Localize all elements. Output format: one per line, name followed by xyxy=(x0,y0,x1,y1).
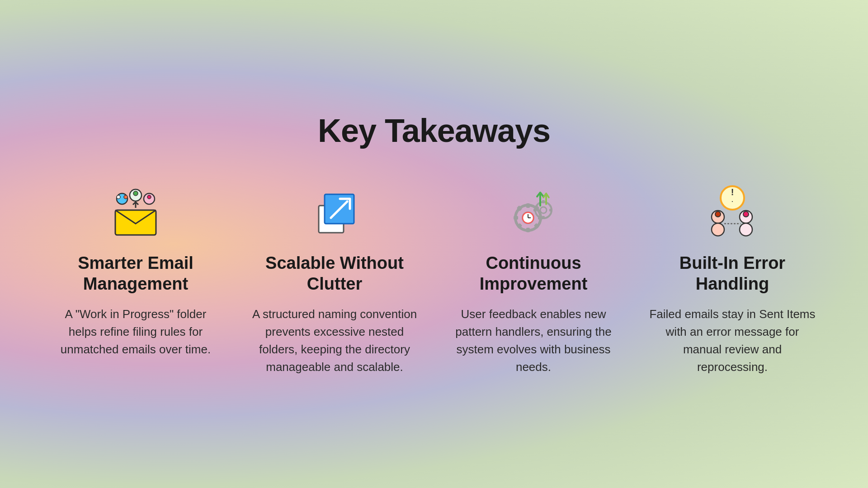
svg-point-3 xyxy=(124,195,127,199)
cards-container: Smarter Email Management A "Work in Prog… xyxy=(0,185,868,375)
scalable-title: Scalable Without Clutter xyxy=(249,253,420,294)
svg-rect-25 xyxy=(542,216,545,219)
svg-rect-24 xyxy=(542,200,545,203)
svg-rect-15 xyxy=(526,228,530,232)
card-scalable: Scalable Without Clutter A structured na… xyxy=(249,185,420,375)
svg-rect-41 xyxy=(740,223,752,236)
svg-rect-14 xyxy=(526,203,530,208)
page-title: Key Takeaways xyxy=(318,112,550,149)
svg-rect-26 xyxy=(533,209,537,211)
svg-text:!: ! xyxy=(731,187,734,197)
error-handling-title: Built-In Error Handling xyxy=(646,253,818,294)
svg-point-2 xyxy=(117,195,120,199)
scalable-icon xyxy=(307,185,362,239)
error-handling-icon: ! • xyxy=(705,185,760,239)
continuous-icon xyxy=(506,185,561,239)
card-continuous: Continuous Improvement User feedback ena… xyxy=(448,185,619,375)
card-smarter-email: Smarter Email Management A "Work in Prog… xyxy=(50,185,222,358)
smarter-email-desc: A "Work in Progress" folder helps refine… xyxy=(50,305,222,358)
svg-rect-27 xyxy=(549,209,552,211)
error-handling-desc: Failed emails stay in Sent Items with an… xyxy=(646,305,818,376)
svg-text:•: • xyxy=(732,199,733,203)
smarter-email-title: Smarter Email Management xyxy=(50,253,222,294)
svg-point-7 xyxy=(147,195,151,199)
svg-point-37 xyxy=(715,211,721,217)
svg-point-40 xyxy=(743,211,749,217)
scalable-desc: A structured naming convention prevents … xyxy=(249,305,420,376)
svg-rect-38 xyxy=(712,223,724,236)
svg-rect-16 xyxy=(514,216,518,220)
svg-point-5 xyxy=(133,191,138,196)
card-error-handling: ! • Built-In Error Handling Failed email… xyxy=(646,185,818,375)
continuous-title: Continuous Improvement xyxy=(448,253,619,294)
smarter-email-icon xyxy=(108,185,163,239)
continuous-desc: User feedback enables new pattern handle… xyxy=(448,305,619,376)
svg-point-23 xyxy=(540,207,547,213)
